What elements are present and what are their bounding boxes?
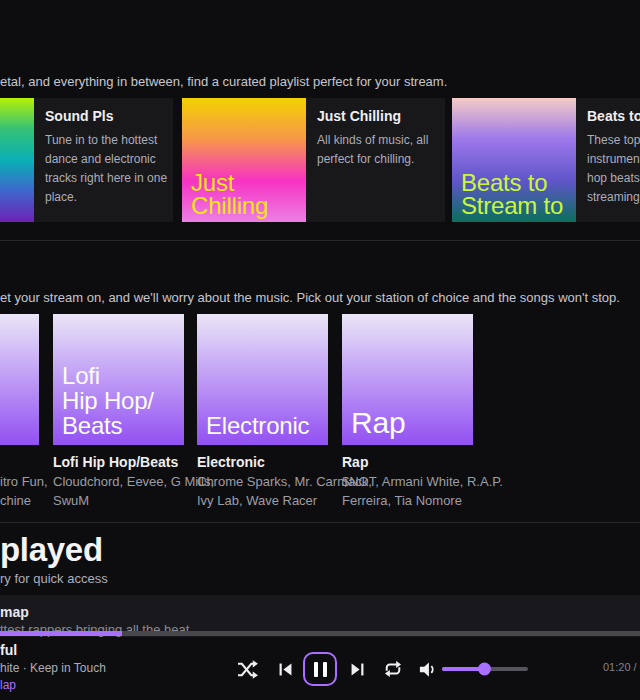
seek-bar[interactable] — [0, 631, 640, 636]
playlist-art-label: Beats to Stream to — [461, 171, 576, 217]
playlist-description: streaming. — [587, 188, 640, 207]
station-title[interactable]: Lofi Hip Hop/Beats — [53, 454, 178, 470]
playlist-card[interactable]: Just Chilling Just Chilling All kinds of… — [182, 98, 445, 222]
shuffle-button[interactable] — [235, 657, 259, 681]
playlists-intro: etal, and everything in between, find a … — [0, 74, 447, 89]
seek-fill — [0, 631, 122, 636]
playlist-description: These top-s — [587, 131, 640, 150]
station-title[interactable]: Rap — [342, 454, 368, 470]
previous-button[interactable] — [273, 657, 297, 681]
section-divider — [0, 240, 640, 241]
stations-intro: et your stream on, and we'll worry about… — [0, 290, 620, 305]
recently-played-subheading: ry for quick access — [0, 571, 108, 586]
volume-icon — [418, 660, 437, 679]
station-tile-label: Electronic — [206, 413, 309, 438]
recently-played-item-title: map — [0, 604, 29, 620]
station-artists: $NOT, Armani White, R.A.P. Ferreira, Tia… — [342, 472, 503, 510]
track-meta: hite · Keep in Touch — [0, 661, 106, 675]
track-title: ful — [0, 642, 17, 658]
playlist-description: instrumenta — [587, 150, 640, 169]
repeat-icon — [383, 660, 403, 678]
station-artists: Cloudchord, Eevee, G Mills, SwuM — [53, 472, 214, 510]
station-link[interactable]: lap — [0, 678, 16, 692]
next-icon — [349, 661, 366, 678]
recently-played-heading: played — [0, 531, 103, 569]
playlist-card-panel: Beats to S These top-s instrumenta hop b… — [576, 98, 640, 222]
station-tile[interactable] — [0, 314, 39, 445]
playlist-art: Just Chilling — [182, 98, 306, 222]
player-bar: ful hite · Keep in Touch lap — [0, 637, 640, 700]
volume-fill — [442, 667, 485, 671]
repeat-button[interactable] — [381, 657, 405, 681]
timestamp: 01:20 / 0 — [603, 661, 640, 673]
pause-button[interactable] — [303, 652, 337, 686]
playlist-card[interactable]: Beats to Stream to Beats to S These top-… — [452, 98, 640, 222]
playlist-card-panel: Sound Pls Tune in to the hottest dance a… — [34, 98, 173, 222]
next-button[interactable] — [345, 657, 369, 681]
section-divider — [0, 522, 640, 523]
playlist-card[interactable]: Sound Pls Tune in to the hottest dance a… — [0, 98, 173, 222]
playlist-description: All kinds of music, all perfect for chil… — [317, 131, 443, 169]
playlist-art-label: Just Chilling — [191, 171, 306, 217]
playlist-card-panel: Just Chilling All kinds of music, all pe… — [306, 98, 445, 222]
playlist-description: Tune in to the hottest dance and electro… — [45, 131, 171, 207]
playlist-description: hop beats a — [587, 169, 640, 188]
station-tile-label: Rap — [351, 408, 405, 438]
shuffle-icon — [237, 660, 258, 679]
playlist-art — [0, 98, 34, 222]
playlist-title: Beats to S — [587, 108, 640, 124]
playlist-title: Just Chilling — [317, 108, 443, 124]
station-title[interactable]: Electronic — [197, 454, 265, 470]
volume-knob[interactable] — [478, 663, 491, 676]
station-tile[interactable]: Lofi Hip Hop/ Beats — [53, 314, 184, 445]
pause-icon — [314, 662, 327, 677]
station-tile-label: Lofi Hip Hop/ Beats — [62, 363, 154, 438]
station-tile[interactable]: Rap — [342, 314, 473, 445]
volume-button[interactable] — [415, 657, 439, 681]
playlist-art: Beats to Stream to — [452, 98, 576, 222]
station-tile[interactable]: Electronic — [197, 314, 328, 445]
station-artists: itro Fun, chine — [0, 472, 48, 510]
volume-slider[interactable] — [442, 667, 528, 671]
previous-icon — [277, 661, 294, 678]
soundtrack-page: etal, and everything in between, find a … — [0, 0, 640, 700]
playlist-title: Sound Pls — [45, 108, 171, 124]
